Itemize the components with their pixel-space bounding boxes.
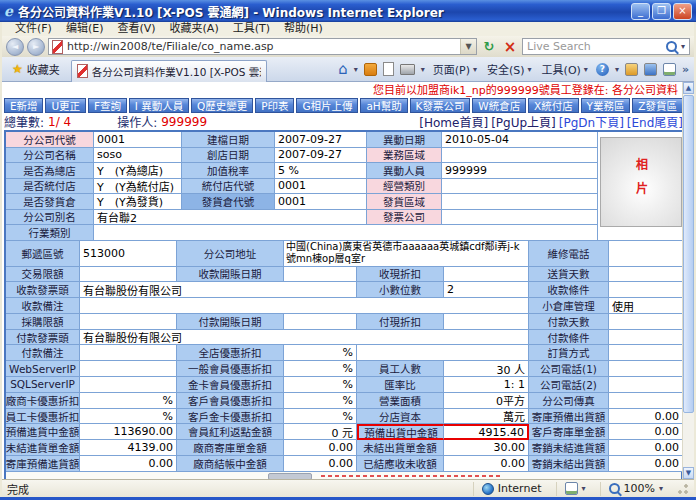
menu-item[interactable]: 文件(F): [8, 22, 59, 36]
photo-placeholder[interactable]: 相片: [600, 137, 682, 227]
print-dropdown-arrow[interactable]: ▾: [421, 65, 425, 74]
field-value[interactable]: [80, 298, 529, 314]
page-menu-button[interactable]: 页面(P) ▾: [431, 59, 479, 79]
field-value[interactable]: [609, 241, 683, 267]
field-value[interactable]: %: [284, 361, 357, 377]
field-value[interactable]: [609, 361, 683, 377]
search-icon[interactable]: [666, 41, 677, 52]
field-value[interactable]: [80, 314, 177, 330]
field-value[interactable]: [80, 345, 177, 361]
field-value[interactable]: [284, 314, 357, 330]
toolbar-button[interactable]: F查詢: [88, 98, 127, 113]
resize-grip[interactable]: [677, 483, 689, 495]
menu-item[interactable]: 帮助(H): [277, 22, 330, 36]
field-value[interactable]: %: [284, 393, 357, 409]
toolbar-button[interactable]: X統付店: [528, 98, 579, 113]
field-value[interactable]: [609, 330, 683, 346]
address-input[interactable]: http://win2008/te/Filiale/co_name.asp ▼: [48, 38, 477, 55]
field-value[interactable]: 0.00: [284, 440, 357, 456]
field-value[interactable]: 999999: [442, 163, 598, 179]
field-value[interactable]: 2: [444, 282, 529, 298]
protected-mode-button[interactable]: ▾: [556, 482, 594, 496]
field-value[interactable]: [357, 345, 529, 361]
toolbar-button[interactable]: P印表: [255, 98, 294, 113]
scroll-down-arrow[interactable]: ▼: [683, 467, 694, 479]
field-value[interactable]: %: [80, 409, 177, 425]
field-value[interactable]: 1: 1: [444, 377, 529, 393]
field-value[interactable]: 有台聯2: [94, 210, 367, 226]
help-icon[interactable]: ?: [596, 63, 609, 76]
field-value[interactable]: 0.00: [609, 440, 683, 456]
forward-button[interactable]: ►: [27, 38, 45, 56]
field-value[interactable]: 0.00: [609, 424, 683, 440]
vertical-scrollbar-thumb[interactable]: [683, 95, 694, 413]
field-value[interactable]: [442, 194, 598, 210]
search-dropdown-arrow[interactable]: ▾: [681, 42, 685, 51]
safety-menu-button[interactable]: 安全(S) ▾: [485, 59, 534, 79]
field-value[interactable]: 2007-09-27: [275, 132, 367, 148]
help-dropdown-arrow[interactable]: ▾: [615, 65, 619, 74]
field-value[interactable]: 使用: [609, 298, 683, 314]
field-value[interactable]: 30.00: [444, 440, 529, 456]
stop-button[interactable]: ×: [501, 38, 519, 56]
field-value[interactable]: 30 人: [444, 361, 529, 377]
field-value[interactable]: 0.00: [284, 456, 357, 472]
field-value[interactable]: 0.00: [609, 409, 683, 425]
field-value[interactable]: 113690.00: [80, 424, 177, 440]
search-input[interactable]: Live Search ▾: [522, 38, 690, 55]
field-value[interactable]: 2007-09-27: [275, 148, 367, 164]
field-value[interactable]: [609, 267, 683, 283]
vertical-scrollbar[interactable]: ▲ ▼: [682, 82, 694, 479]
toolbar-button[interactable]: W統倉店: [472, 98, 526, 113]
refresh-button[interactable]: ↻: [480, 38, 498, 56]
scroll-up-arrow[interactable]: ▲: [683, 82, 694, 94]
field-value[interactable]: 0001: [275, 194, 367, 210]
field-value[interactable]: 0 元: [284, 424, 357, 440]
image-icon[interactable]: [663, 63, 676, 76]
field-value[interactable]: Y (Y為統付店): [94, 179, 182, 195]
field-value[interactable]: Y (Y為總店): [94, 163, 182, 179]
field-value[interactable]: 513000: [80, 241, 177, 267]
print-icon[interactable]: [400, 64, 415, 75]
menu-item[interactable]: 收藏夹(A): [163, 22, 226, 36]
toolbar-button[interactable]: G相片上傳: [296, 98, 358, 113]
maximize-button[interactable]: ❐: [652, 3, 671, 20]
field-value[interactable]: [444, 314, 529, 330]
user-icon[interactable]: [625, 63, 638, 76]
menu-item[interactable]: 工具(T): [226, 22, 277, 36]
field-value[interactable]: 0001: [275, 179, 367, 195]
menu-item[interactable]: 编辑(E): [59, 22, 111, 36]
paging-link[interactable]: [PgUp上頁]: [491, 113, 556, 130]
field-value[interactable]: [80, 267, 177, 283]
field-value[interactable]: %: [284, 377, 357, 393]
field-value[interactable]: [80, 377, 177, 393]
field-value[interactable]: 0平方: [444, 393, 529, 409]
field-value[interactable]: %: [284, 345, 357, 361]
field-value[interactable]: 0.00: [80, 456, 177, 472]
favorites-button[interactable]: ★ 收藏夹: [5, 59, 67, 80]
field-value[interactable]: [609, 377, 683, 393]
field-value[interactable]: 4139.00: [80, 440, 177, 456]
address-dropdown-arrow[interactable]: ▼: [460, 39, 476, 54]
field-value[interactable]: 5 %: [275, 163, 367, 179]
edit-icon[interactable]: [644, 63, 657, 76]
toolbar-button[interactable]: aH幫助: [360, 98, 407, 113]
toolbar-button[interactable]: Q歷史變更: [191, 98, 253, 113]
field-value[interactable]: 中國(China)廣東省英德市aaaaaa英城鎮cdf鄰i弄j-k號mn棟op層…: [284, 241, 529, 267]
tools-menu-button[interactable]: 工具(O) ▾: [540, 59, 590, 79]
toolbar-button[interactable]: U更正: [45, 98, 86, 113]
toolbar-button[interactable]: K發票公司: [410, 98, 471, 113]
field-value[interactable]: 有台聯股份有限公司: [80, 282, 357, 298]
field-value[interactable]: %: [284, 409, 357, 425]
field-value[interactable]: [442, 148, 598, 164]
field-value[interactable]: [609, 393, 683, 409]
field-value[interactable]: 4915.40: [444, 424, 529, 440]
home-icon[interactable]: ⌂: [338, 59, 348, 79]
menu-item[interactable]: 查看(V): [110, 22, 162, 36]
toolbar-button[interactable]: Z發貨區: [632, 98, 683, 113]
toolbar-button[interactable]: Y業務區: [581, 98, 631, 113]
read-mail-icon[interactable]: [383, 62, 394, 76]
field-value[interactable]: 0001: [94, 132, 182, 148]
back-button[interactable]: ◄: [6, 38, 24, 56]
rss-icon[interactable]: [364, 63, 377, 76]
